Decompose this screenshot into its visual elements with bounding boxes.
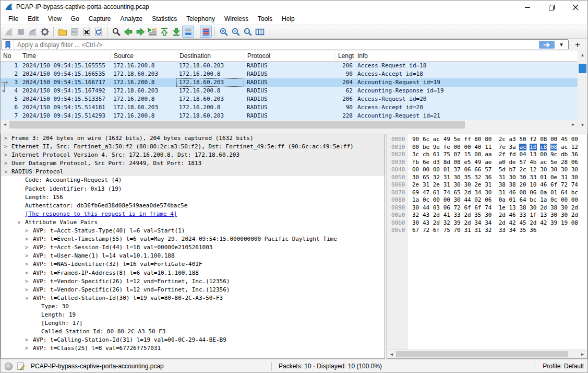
detail-row[interactable]: Authenticator: db36fb6ed38d08e549aea0de5… bbox=[1, 202, 385, 210]
menu-file[interactable]: File bbox=[4, 15, 23, 22]
menu-go[interactable]: Go bbox=[66, 15, 84, 22]
pane-splitter[interactable] bbox=[1, 130, 587, 134]
go-to-packet-icon[interactable] bbox=[146, 26, 158, 38]
detail-row[interactable]: >AVP: t=Called-Station-Id(30) l=19 val=8… bbox=[1, 294, 385, 302]
column-header-destination[interactable]: Destination bbox=[176, 51, 244, 61]
detail-row[interactable]: >AVP: t=User-Name(1) l=14 val=10.1.100.1… bbox=[1, 252, 385, 260]
reload-file-icon[interactable] bbox=[92, 26, 104, 38]
detail-link[interactable]: [The response to this request is in fram… bbox=[25, 210, 177, 218]
expander-closed-icon[interactable]: > bbox=[4, 159, 7, 168]
packet-list-vscrollbar[interactable]: ▲ ▼ bbox=[578, 51, 587, 130]
filter-dropdown-caret-icon[interactable]: ▼ bbox=[559, 42, 564, 48]
hex-row[interactable]: 004000 00 00 01 37 06 66 57 5d b7 2c 12 … bbox=[387, 166, 587, 174]
detail-row[interactable]: >AVP: t=Framed-IP-Address(8) l=6 val=10.… bbox=[1, 269, 385, 277]
packet-row[interactable]: 52024/150 09:54:15.513357172.16.200.8172… bbox=[1, 95, 578, 103]
expander-closed-icon[interactable]: > bbox=[25, 336, 28, 344]
detail-row[interactable]: [Length: 17] bbox=[1, 319, 385, 328]
zoom-in-icon[interactable] bbox=[218, 26, 230, 38]
zoom-out-icon[interactable] bbox=[230, 26, 242, 38]
expander-open-icon[interactable]: > bbox=[22, 297, 31, 300]
detail-row[interactable]: >Ethernet II, Src: Fortinet_a3:50:f2 (80… bbox=[1, 143, 385, 151]
detail-row[interactable]: [The response to this request is in fram… bbox=[1, 210, 385, 218]
expander-closed-icon[interactable]: > bbox=[4, 143, 7, 151]
restart-capture-icon[interactable] bbox=[27, 26, 39, 38]
hex-row[interactable]: 001000 be 9e fe 00 00 40 11 7e 3a ac 10 … bbox=[387, 144, 587, 151]
bytes-hscroll-thumb[interactable] bbox=[396, 351, 568, 357]
hex-row[interactable]: 00602e 31 2e 31 30 30 2e 31 38 38 20 10 … bbox=[387, 181, 587, 189]
restore-button[interactable] bbox=[539, 1, 563, 14]
scroll-left-icon[interactable]: ◄ bbox=[1, 120, 9, 129]
expander-closed-icon[interactable]: > bbox=[25, 269, 28, 277]
expander-closed-icon[interactable]: > bbox=[25, 235, 28, 243]
column-header-length[interactable]: Length bbox=[335, 51, 354, 61]
go-last-icon[interactable] bbox=[170, 26, 182, 38]
scroll-right-icon[interactable]: ► bbox=[569, 120, 578, 129]
column-header-source[interactable]: Source bbox=[111, 51, 176, 61]
expander-closed-icon[interactable]: > bbox=[4, 134, 7, 143]
menu-telephony[interactable]: Telephony bbox=[182, 15, 220, 22]
add-filter-button[interactable]: + bbox=[572, 40, 583, 50]
detail-row[interactable]: >Frame 3: 204 bytes on wire (1632 bits),… bbox=[1, 134, 385, 143]
minimize-button[interactable] bbox=[515, 1, 539, 14]
column-header-no[interactable]: No bbox=[1, 51, 19, 61]
zoom-original-icon[interactable]: 1:1 bbox=[242, 26, 254, 38]
hex-row[interactable]: 007069 47 61 74 65 2d 34 30 31 46 08 06 … bbox=[387, 189, 587, 197]
expert-info-icon[interactable] bbox=[5, 363, 13, 370]
expander-open-icon[interactable]: > bbox=[2, 170, 10, 173]
menu-view[interactable]: View bbox=[43, 15, 66, 22]
detail-row[interactable]: >RADIUS Protocol bbox=[1, 168, 385, 176]
scroll-down-icon[interactable]: ▼ bbox=[578, 121, 587, 130]
hex-row[interactable]: 00c067 72 6f 75 70 31 31 32 33 34 35 36 bbox=[387, 227, 587, 235]
close-file-icon[interactable] bbox=[80, 26, 92, 38]
detail-row[interactable]: Called-Station-Id: 80-80-2C-A3-50-F3 bbox=[1, 328, 385, 336]
expander-closed-icon[interactable]: > bbox=[25, 260, 28, 269]
go-back-icon[interactable] bbox=[122, 26, 134, 38]
hex-row[interactable]: 00a032 43 2d 41 33 2d 35 30 2d 46 33 1f … bbox=[387, 212, 587, 219]
detail-row[interactable]: >AVP: t=Calling-Station-Id(31) l=19 val=… bbox=[1, 336, 385, 344]
detail-row[interactable]: >AVP: t=Class(25) l=8 val=67726f757031 bbox=[1, 344, 385, 353]
column-header-info[interactable]: Info bbox=[354, 51, 578, 61]
column-header-time[interactable]: Time bbox=[19, 51, 111, 61]
expander-closed-icon[interactable]: > bbox=[25, 227, 28, 235]
detail-row[interactable]: >AVP: t=Acct-Session-Id(44) l=18 val=000… bbox=[1, 243, 385, 252]
display-filter-input[interactable] bbox=[14, 41, 539, 49]
detail-row[interactable]: >Attribute Value Pairs bbox=[1, 218, 385, 227]
packet-row[interactable]: 62024/150 09:54:15.514181172.18.60.20317… bbox=[1, 103, 578, 112]
column-header-protocol[interactable]: Protocol bbox=[244, 51, 335, 61]
capture-options-icon[interactable] bbox=[39, 26, 51, 38]
expander-closed-icon[interactable]: > bbox=[25, 243, 28, 252]
packet-row[interactable]: 72024/150 09:54:15.514293172.16.200.8172… bbox=[1, 112, 578, 120]
hex-row[interactable]: 005030 65 32 31 30 35 32 36 31 30 30 33 … bbox=[387, 174, 587, 182]
detail-row[interactable]: >AVP: t=Acct-Status-Type(40) l=6 val=Sta… bbox=[1, 227, 385, 235]
detail-row[interactable]: >AVP: t=Event-Timestamp(55) l=6 val=May … bbox=[1, 235, 385, 243]
save-file-icon[interactable]: 010 bbox=[68, 26, 80, 38]
packet-row[interactable]: 22024/150 09:54:15.166535172.18.60.20317… bbox=[1, 70, 578, 78]
detail-row[interactable]: >User Datagram Protocol, Src Port: 24949… bbox=[1, 159, 385, 168]
capture-comment-icon[interactable] bbox=[17, 362, 26, 370]
menu-help[interactable]: Help bbox=[277, 15, 299, 22]
detail-row[interactable]: Code: Accounting-Request (4) bbox=[1, 176, 385, 184]
menu-statistics[interactable]: Statistics bbox=[147, 15, 182, 22]
scroll-up-icon[interactable]: ▲ bbox=[578, 51, 587, 60]
hex-row[interactable]: 0030fb 6e d3 8d 08 e5 49 ae a0 de 57 4b … bbox=[387, 159, 587, 167]
auto-scroll-icon[interactable] bbox=[182, 26, 194, 38]
statusbar-profile[interactable]: Profile: Default bbox=[543, 359, 584, 373]
detail-row[interactable]: >AVP: t=NAS-Identifier(32) l=16 val=Fort… bbox=[1, 260, 385, 269]
menu-wireless[interactable]: Wireless bbox=[220, 15, 253, 22]
packet-row[interactable]: 32024/150 09:54:15.166717172.16.200.8172… bbox=[1, 78, 578, 87]
hex-row[interactable]: 000090 6c ac 49 5e ff 80 80 2c a3 50 f2 … bbox=[387, 136, 587, 144]
apply-filter-button[interactable] bbox=[539, 41, 555, 49]
display-filter-field[interactable]: ▼ bbox=[2, 39, 569, 50]
vscroll-thumb[interactable] bbox=[579, 64, 586, 73]
detail-row[interactable]: Length: 19 bbox=[1, 311, 385, 319]
detail-row[interactable]: >Internet Protocol Version 4, Src: 172.1… bbox=[1, 151, 385, 159]
menu-analyze[interactable]: Analyze bbox=[116, 15, 148, 22]
resize-columns-icon[interactable] bbox=[254, 26, 266, 38]
go-forward-icon[interactable] bbox=[134, 26, 146, 38]
expander-closed-icon[interactable]: > bbox=[25, 252, 28, 260]
colorize-icon[interactable] bbox=[200, 26, 212, 38]
filter-bookmark-icon[interactable] bbox=[2, 40, 14, 50]
detail-row[interactable]: >AVP: t=Vendor-Specific(26) l=12 vnd=For… bbox=[1, 277, 385, 286]
expander-closed-icon[interactable]: > bbox=[25, 277, 28, 286]
packet-row[interactable]: 42024/150 09:54:15.167492172.18.60.20317… bbox=[1, 87, 578, 95]
